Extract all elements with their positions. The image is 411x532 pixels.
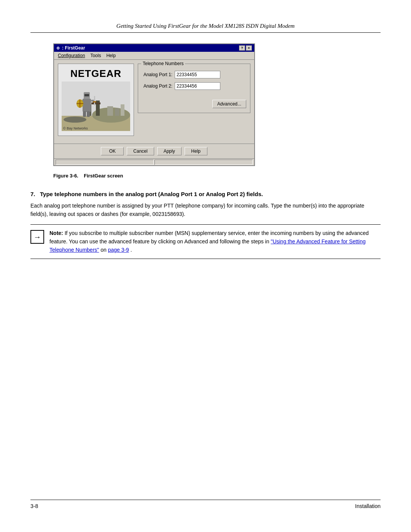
win-dialog: ⚙ : FirstGear ? × Configuration Tools He… bbox=[53, 43, 255, 166]
netgear-brand-text: NETGEAR bbox=[70, 68, 121, 80]
apply-button[interactable]: Apply bbox=[157, 147, 182, 155]
help-button[interactable]: Help bbox=[185, 147, 207, 155]
note-period: . bbox=[131, 247, 132, 253]
netgear-copyright: © Bay Networks bbox=[63, 126, 88, 130]
step7-number: 7. bbox=[30, 191, 35, 197]
svg-rect-12 bbox=[87, 111, 90, 117]
telephone-numbers-group: Telephone Numbers Analog Port 1: Analog … bbox=[138, 64, 250, 113]
step7-heading: 7. Type telephone numbers in the analog … bbox=[30, 191, 381, 197]
svg-rect-20 bbox=[121, 104, 124, 116]
win-statusbar-pane1 bbox=[56, 160, 154, 165]
analog-port1-row: Analog Port 1: bbox=[142, 71, 246, 78]
note-content: Note: If you subscribe to multiple subsc… bbox=[49, 229, 381, 254]
menu-configuration-label: Configuration bbox=[58, 53, 85, 58]
svg-rect-11 bbox=[83, 111, 86, 117]
note-page-link[interactable]: page 3-9 bbox=[108, 247, 129, 253]
win-titlebar-controls: ? × bbox=[239, 45, 252, 51]
page-header: Getting Started Using FirstGear for the … bbox=[30, 23, 381, 33]
page-wrapper: Getting Started Using FirstGear for the … bbox=[0, 0, 411, 532]
netgear-illustration-svg bbox=[62, 81, 130, 131]
win-title: : FirstGear bbox=[62, 45, 85, 51]
note-arrow-icon: → bbox=[30, 230, 44, 244]
netgear-logo-area: NETGEAR bbox=[58, 64, 134, 136]
svg-rect-8 bbox=[84, 94, 89, 96]
svg-rect-6 bbox=[83, 99, 91, 112]
svg-rect-17 bbox=[93, 101, 96, 102]
menu-configuration[interactable]: Configuration bbox=[56, 53, 87, 59]
advanced-button[interactable]: Advanced... bbox=[212, 100, 246, 108]
note-link-suffix: on bbox=[100, 247, 108, 253]
win-content: NETGEAR bbox=[54, 60, 254, 144]
netgear-illustration: © Bay Networks bbox=[62, 81, 130, 131]
win-titlebar: ⚙ : FirstGear ? × bbox=[54, 44, 254, 52]
figure-title: FirstGear screen bbox=[84, 173, 123, 179]
step7-text: Type telephone numbers in the analog por… bbox=[40, 191, 263, 197]
win-statusbar-pane2 bbox=[155, 160, 253, 165]
close-titlebar-button[interactable]: × bbox=[246, 45, 252, 51]
note-label: Note: bbox=[49, 230, 63, 236]
ok-button[interactable]: OK bbox=[101, 147, 124, 155]
svg-rect-19 bbox=[115, 108, 119, 116]
page-header-title: Getting Started Using FirstGear for the … bbox=[116, 23, 295, 29]
page-footer: 3-8 Installation bbox=[30, 500, 381, 509]
footer-section: Installation bbox=[355, 503, 381, 509]
win-titlebar-left: ⚙ : FirstGear bbox=[56, 45, 85, 51]
svg-point-21 bbox=[64, 117, 86, 123]
analog-port1-input[interactable] bbox=[175, 71, 220, 78]
figure-number: Figure 3-6. bbox=[53, 173, 78, 179]
svg-rect-18 bbox=[107, 106, 113, 116]
menu-tools[interactable]: Tools bbox=[88, 53, 103, 59]
analog-port1-label: Analog Port 1: bbox=[142, 72, 172, 77]
figure-container: ⚙ : FirstGear ? × Configuration Tools He… bbox=[30, 43, 381, 179]
menu-help[interactable]: Help bbox=[104, 53, 118, 59]
help-titlebar-button[interactable]: ? bbox=[239, 45, 245, 51]
win-bottom-buttons: OK Cancel Apply Help bbox=[54, 144, 254, 158]
svg-rect-5 bbox=[91, 102, 100, 104]
menu-tools-label: Tools bbox=[90, 53, 101, 58]
body-text: Each analog port telephone number is ass… bbox=[30, 202, 381, 218]
cancel-button[interactable]: Cancel bbox=[127, 147, 154, 155]
analog-port2-label: Analog Port 2: bbox=[142, 83, 172, 89]
note-box: → Note: If you subscribe to multiple sub… bbox=[30, 224, 381, 259]
app-icon: ⚙ bbox=[56, 46, 60, 50]
telephone-numbers-legend: Telephone Numbers bbox=[141, 61, 185, 66]
win-right-panel: Telephone Numbers Analog Port 1: Analog … bbox=[138, 64, 250, 140]
win-statusbar bbox=[54, 158, 254, 165]
win-menubar: Configuration Tools Help bbox=[54, 52, 254, 60]
svg-rect-16 bbox=[94, 96, 95, 105]
figure-caption: Figure 3-6. FirstGear screen bbox=[53, 173, 123, 179]
menu-help-label: Help bbox=[106, 53, 116, 58]
analog-port2-input[interactable] bbox=[175, 82, 220, 90]
netgear-logo-box: NETGEAR bbox=[58, 64, 134, 136]
footer-page-number: 3-8 bbox=[30, 503, 38, 509]
analog-port2-row: Analog Port 2: bbox=[142, 82, 246, 90]
